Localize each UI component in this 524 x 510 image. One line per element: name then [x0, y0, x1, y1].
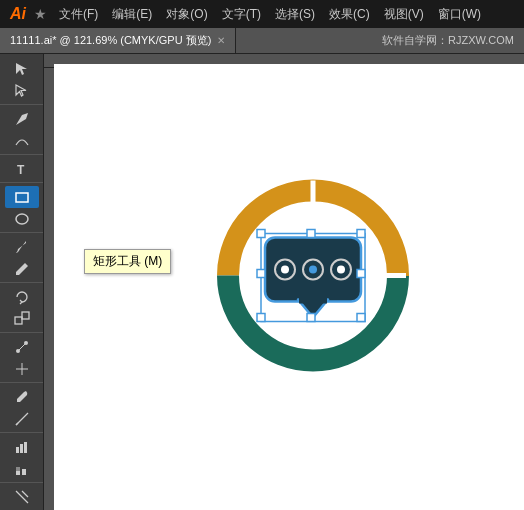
menu-object[interactable]: 对象(O) [160, 4, 213, 25]
pencil-tool[interactable] [5, 258, 39, 280]
svg-rect-16 [24, 442, 27, 453]
scale-tool[interactable] [5, 308, 39, 330]
bar-chart-tool[interactable] [5, 436, 39, 458]
sample-tools [0, 386, 43, 433]
svg-rect-46 [357, 270, 365, 278]
paintbrush-tool[interactable] [5, 236, 39, 258]
svg-rect-31 [299, 296, 327, 304]
svg-line-20 [16, 491, 28, 503]
svg-line-9 [19, 344, 25, 350]
title-bar: Ai ★ 文件(F) 编辑(E) 对象(O) 文字(T) 选择(S) 效果(C)… [0, 0, 524, 28]
svg-marker-0 [16, 63, 27, 75]
ai-logo: Ai [8, 5, 28, 23]
mesh-tool[interactable] [5, 358, 39, 380]
svg-rect-15 [20, 444, 23, 453]
chart-tools [0, 436, 43, 483]
canvas-background: 矩形工具 (M) [54, 64, 524, 510]
curvature-tool[interactable] [5, 130, 39, 152]
svg-point-4 [16, 214, 28, 224]
svg-marker-1 [16, 85, 26, 96]
svg-line-21 [22, 491, 28, 497]
svg-rect-39 [257, 230, 265, 238]
svg-text:T: T [17, 163, 25, 177]
menu-window[interactable]: 窗口(W) [432, 4, 487, 25]
stacked-chart-tool[interactable] [5, 458, 39, 480]
tab-bar: 11111.ai* @ 121.69% (CMYK/GPU 预览) ✕ 软件自学… [0, 28, 524, 54]
svg-rect-44 [307, 314, 315, 322]
type-tool[interactable]: T [5, 158, 39, 180]
pen-tool[interactable] [5, 108, 39, 130]
tab-close-icon[interactable]: ✕ [217, 35, 225, 46]
transform-tools [0, 286, 43, 333]
rotate-tool[interactable] [5, 286, 39, 308]
svg-line-13 [16, 423, 18, 425]
svg-rect-45 [257, 270, 265, 278]
measure-tool[interactable] [5, 408, 39, 430]
selection-tools [0, 58, 43, 105]
svg-rect-5 [15, 317, 22, 324]
artwork-svg [193, 166, 433, 406]
tab-document[interactable]: 11111.ai* @ 121.69% (CMYK/GPU 预览) ✕ [0, 28, 236, 53]
rect-tool[interactable] [5, 186, 39, 208]
svg-rect-6 [22, 312, 29, 319]
brush-tools [0, 236, 43, 283]
direct-select-tool[interactable] [5, 80, 39, 102]
slice-tools [0, 486, 43, 510]
svg-point-47 [310, 267, 316, 273]
menu-text[interactable]: 文字(T) [216, 4, 267, 25]
tab-document-label: 11111.ai* @ 121.69% (CMYK/GPU 预览) [10, 33, 211, 48]
menu-bar: 文件(F) 编辑(E) 对象(O) 文字(T) 选择(S) 效果(C) 视图(V… [53, 4, 487, 25]
blend-tools [0, 336, 43, 383]
pen-tools [0, 108, 43, 155]
menu-select[interactable]: 选择(S) [269, 4, 321, 25]
tab-website: 软件自学网：RJZXW.COM [372, 33, 524, 48]
toolbar: T [0, 54, 44, 510]
type-tools: T [0, 158, 43, 183]
selection-tool[interactable] [5, 58, 39, 80]
svg-rect-40 [357, 230, 365, 238]
svg-rect-18 [16, 467, 20, 471]
svg-rect-17 [16, 471, 20, 475]
tooltip: 矩形工具 (M) [84, 249, 171, 274]
svg-point-33 [281, 266, 289, 274]
menu-file[interactable]: 文件(F) [53, 4, 104, 25]
svg-rect-19 [22, 469, 26, 475]
menu-view[interactable]: 视图(V) [378, 4, 430, 25]
slice-tool[interactable] [5, 486, 39, 508]
canvas-area: 矩形工具 (M) [44, 54, 524, 510]
svg-rect-14 [16, 447, 19, 453]
svg-rect-41 [257, 314, 265, 322]
svg-rect-3 [16, 193, 28, 202]
main-area: T [0, 54, 524, 510]
menu-effect[interactable]: 效果(C) [323, 4, 376, 25]
artwork [193, 166, 433, 409]
eyedropper-tool[interactable] [5, 386, 39, 408]
menu-edit[interactable]: 编辑(E) [106, 4, 158, 25]
ellipse-tool[interactable] [5, 208, 39, 230]
shape-tools [0, 186, 43, 233]
title-icon: ★ [34, 6, 47, 22]
svg-rect-43 [307, 230, 315, 238]
blend-tool[interactable] [5, 336, 39, 358]
svg-rect-42 [357, 314, 365, 322]
svg-point-37 [337, 266, 345, 274]
